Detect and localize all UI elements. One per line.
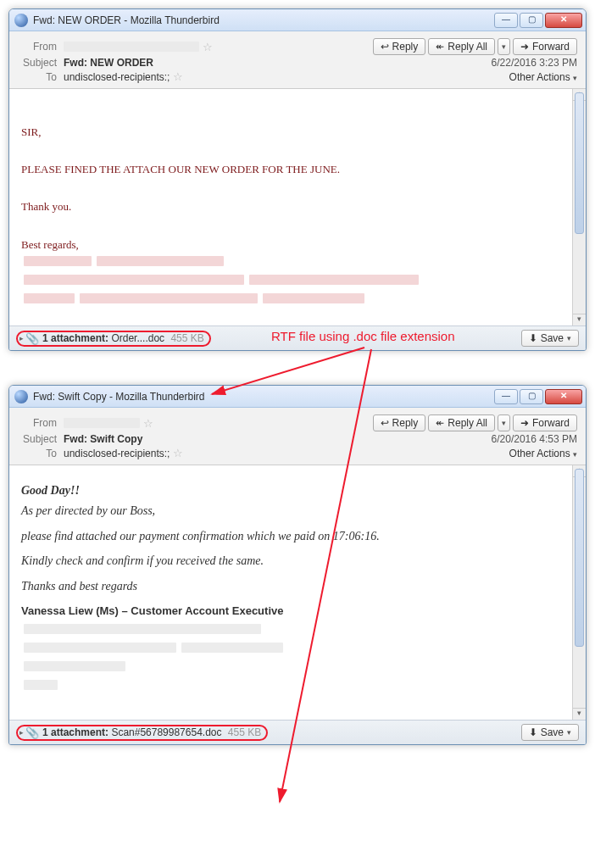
star-icon[interactable]: ☆	[173, 70, 183, 83]
save-icon: ⬇	[529, 726, 537, 738]
minimize-button[interactable]: —	[494, 13, 518, 28]
body-line: Thanks and best regards	[21, 576, 560, 597]
body-line: SIR,	[21, 123, 560, 142]
scroll-down-icon[interactable]: ▾	[573, 314, 586, 326]
signature-name: Vanessa Liew (Ms) – Customer Account Exe…	[21, 602, 560, 620]
chevron-down-icon: ▾	[573, 450, 577, 459]
save-icon: ⬇	[529, 332, 537, 344]
scrollbar[interactable]: ▴ ▾	[572, 465, 586, 720]
reply-all-icon: ↞	[436, 417, 444, 429]
body-line: PLEASE FINED THE ATTACH OUR NEW ORDER FO…	[21, 160, 560, 179]
message-date: 6/22/2016 3:23 PM	[492, 57, 577, 69]
other-actions-button[interactable]: Other Actions ▾	[509, 71, 577, 83]
thunderbird-icon	[14, 14, 28, 27]
forward-icon: ➜	[520, 41, 529, 53]
reply-button[interactable]: ↩Reply	[373, 38, 426, 55]
expand-icon[interactable]: ▸	[19, 728, 24, 737]
reply-all-button[interactable]: ↞Reply All	[428, 415, 495, 431]
attachment-bar: ▸ 📎 1 attachment: Scan#56789987654.doc 4…	[9, 720, 586, 744]
reply-icon: ↩	[381, 41, 389, 53]
chevron-down-icon: ▾	[502, 419, 506, 427]
window-title: Fwd: NEW ORDER - Mozilla Thunderbird	[33, 14, 494, 26]
to-label: To	[18, 71, 64, 83]
body-line: please find attached our payment confirm…	[21, 526, 560, 547]
subject-label: Subject	[18, 57, 64, 69]
body-line: Good Day!!	[21, 481, 560, 501]
maximize-button[interactable]: ▢	[520, 13, 543, 28]
body-line: Thank you.	[21, 198, 560, 216]
signature-redacted	[21, 622, 560, 697]
subject-label: Subject	[18, 433, 64, 445]
scroll-thumb[interactable]	[575, 92, 584, 234]
annotation-label: RTF file using .doc file extension	[271, 329, 455, 343]
message-header: From ☆ ↩Reply ↞Reply All ▾ ➜Forward Subj…	[9, 408, 586, 465]
reply-all-icon: ↞	[436, 41, 444, 53]
expand-icon[interactable]: ▸	[19, 334, 24, 342]
message-body: Good Day!! As per directed by our Boss, …	[9, 465, 572, 720]
paperclip-icon: 📎	[25, 332, 39, 345]
save-attachment-button[interactable]: ⬇ Save ▾	[521, 330, 579, 347]
paperclip-icon: 📎	[25, 726, 39, 739]
close-button[interactable]: ✕	[545, 13, 582, 28]
scroll-down-icon[interactable]: ▾	[573, 708, 586, 720]
reply-all-button[interactable]: ↞Reply All	[428, 38, 495, 55]
close-button[interactable]: ✕	[545, 389, 582, 404]
titlebar[interactable]: Fwd: Swift Copy - Mozilla Thunderbird — …	[9, 386, 586, 408]
to-value: undisclosed-recipients:;	[64, 448, 170, 459]
signature-redacted	[21, 254, 560, 310]
maximize-button[interactable]: ▢	[520, 389, 543, 404]
save-attachment-button[interactable]: ⬇ Save ▾	[521, 724, 579, 741]
chevron-down-icon: ▾	[567, 728, 571, 737]
forward-button[interactable]: ➜Forward	[513, 415, 577, 431]
to-value: undisclosed-recipients:;	[64, 71, 170, 83]
body-line: Kindly check and confirm if you received…	[21, 551, 560, 571]
chevron-down-icon: ▾	[573, 74, 577, 82]
message-header: From ☆ ↩Reply ↞Reply All ▾ ➜Forward Subj…	[9, 31, 586, 89]
message-date: 6/20/2016 4:53 PM	[492, 433, 577, 445]
window-title: Fwd: Swift Copy - Mozilla Thunderbird	[33, 391, 494, 403]
star-icon[interactable]: ☆	[173, 447, 183, 459]
subject-value: Fwd: NEW ORDER	[64, 57, 153, 69]
star-icon[interactable]: ☆	[203, 41, 213, 53]
message-body: SIR, PLEASE FINED THE ATTACH OUR NEW ORD…	[9, 89, 572, 326]
email-window-2: Fwd: Swift Copy - Mozilla Thunderbird — …	[8, 385, 587, 745]
reply-icon: ↩	[381, 417, 389, 429]
reply-button[interactable]: ↩Reply	[373, 415, 426, 431]
subject-value: Fwd: Swift Copy	[64, 433, 142, 445]
attachment-highlight: ▸ 📎 1 attachment: Scan#56789987654.doc 4…	[16, 725, 268, 741]
forward-icon: ➜	[520, 417, 529, 429]
to-label: To	[18, 448, 64, 459]
scrollbar[interactable]: ▴ ▾	[572, 89, 586, 326]
attachment-text[interactable]: 1 attachment: Order....doc 455 KB	[42, 332, 204, 344]
from-redacted	[64, 418, 140, 428]
thunderbird-icon	[14, 390, 28, 403]
body-line: Best regards,	[21, 236, 560, 254]
reply-all-dropdown[interactable]: ▾	[498, 38, 510, 55]
minimize-button[interactable]: —	[494, 389, 518, 404]
from-label: From	[18, 41, 64, 53]
from-label: From	[18, 417, 64, 429]
from-redacted	[64, 42, 199, 52]
email-window-1: Fwd: NEW ORDER - Mozilla Thunderbird — ▢…	[8, 8, 587, 351]
other-actions-button[interactable]: Other Actions ▾	[509, 448, 577, 459]
scroll-thumb[interactable]	[575, 469, 584, 647]
titlebar[interactable]: Fwd: NEW ORDER - Mozilla Thunderbird — ▢…	[9, 9, 586, 31]
chevron-down-icon: ▾	[567, 334, 571, 342]
forward-button[interactable]: ➜Forward	[513, 38, 577, 55]
body-line: As per directed by our Boss,	[21, 501, 560, 521]
attachment-highlight: ▸ 📎 1 attachment: Order....doc 455 KB	[16, 331, 211, 347]
star-icon[interactable]: ☆	[143, 417, 153, 430]
chevron-down-icon: ▾	[502, 42, 506, 51]
reply-all-dropdown[interactable]: ▾	[498, 415, 510, 431]
attachment-text[interactable]: 1 attachment: Scan#56789987654.doc 455 K…	[42, 726, 261, 738]
